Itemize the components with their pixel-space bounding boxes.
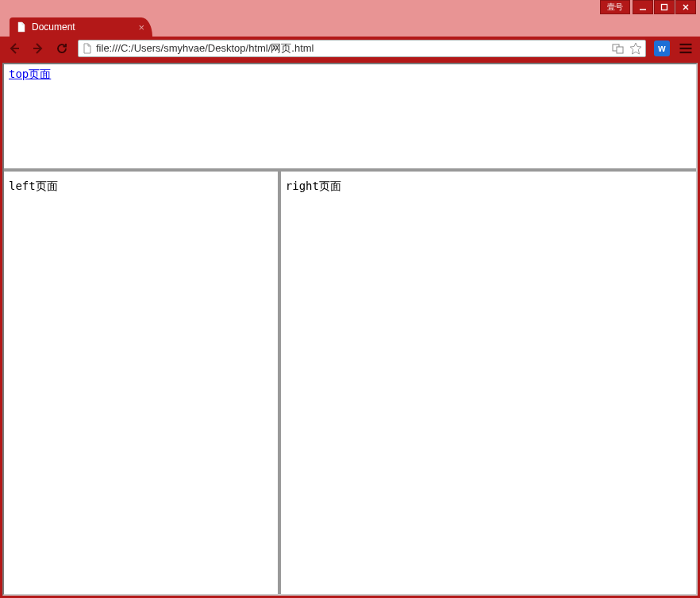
forward-button[interactable] — [30, 41, 46, 56]
browser-tab[interactable]: Document × — [10, 17, 152, 37]
tab-close-button[interactable]: × — [138, 21, 144, 33]
window-badge: 壹号 — [600, 0, 630, 14]
frameset: top页面 left页面 right页面 — [2, 63, 698, 596]
maximize-button[interactable] — [654, 0, 675, 14]
left-frame-text: left页面 — [9, 179, 58, 192]
frame-left: left页面 — [4, 172, 281, 594]
url-text: file:///C:/Users/smyhvae/Desktop/html/网页… — [96, 41, 609, 56]
back-button[interactable] — [6, 41, 22, 56]
hamburger-icon — [678, 41, 694, 56]
translate-icon[interactable] — [612, 42, 625, 55]
reload-icon — [56, 42, 68, 55]
close-icon — [682, 3, 690, 11]
maximize-icon — [660, 3, 668, 11]
right-frame-text: right页面 — [286, 179, 341, 192]
reload-button[interactable] — [54, 41, 70, 56]
address-bar[interactable]: file:///C:/Users/smyhvae/Desktop/html/网页… — [78, 40, 646, 57]
minimize-button[interactable] — [633, 0, 653, 14]
arrow-right-icon — [32, 42, 44, 55]
page-viewport: top页面 left页面 right页面 — [0, 60, 700, 598]
close-button[interactable] — [675, 0, 696, 14]
frame-right: right页面 — [281, 172, 696, 594]
tab-strip: Document × — [0, 17, 700, 37]
window-titlebar: 壹号 — [0, 0, 700, 17]
extension-button[interactable]: w — [654, 41, 670, 56]
top-frame-link[interactable]: top页面 — [9, 68, 51, 80]
extension-letter: w — [658, 43, 665, 54]
menu-button[interactable] — [678, 41, 694, 56]
minimize-icon — [639, 3, 647, 11]
tab-title: Document — [32, 21, 75, 33]
browser-toolbar: file:///C:/Users/smyhvae/Desktop/html/网页… — [0, 37, 700, 60]
page-icon — [82, 43, 93, 54]
frame-bottom-row: left页面 right页面 — [4, 172, 696, 594]
svg-rect-7 — [617, 47, 623, 53]
document-icon — [16, 21, 27, 33]
svg-rect-1 — [662, 5, 667, 10]
arrow-left-icon — [8, 42, 21, 55]
frame-top: top页面 — [4, 64, 696, 172]
star-icon[interactable] — [629, 42, 642, 55]
